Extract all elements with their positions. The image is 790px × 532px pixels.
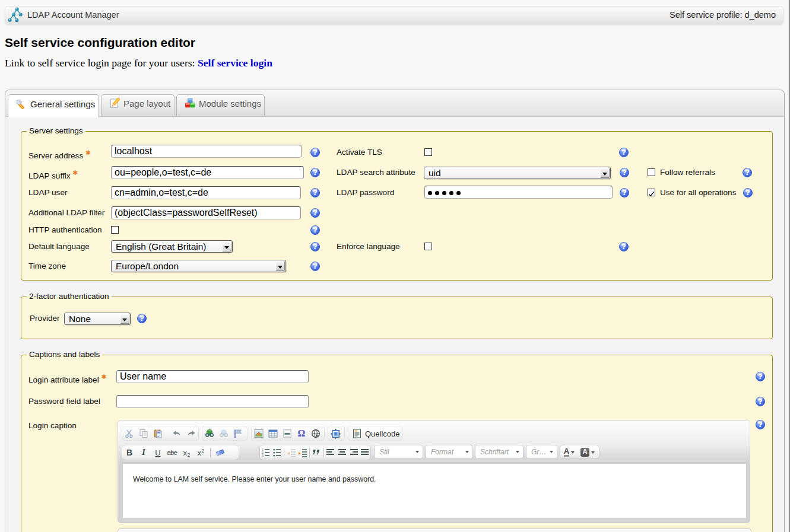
svg-text:3: 3 — [262, 454, 264, 457]
